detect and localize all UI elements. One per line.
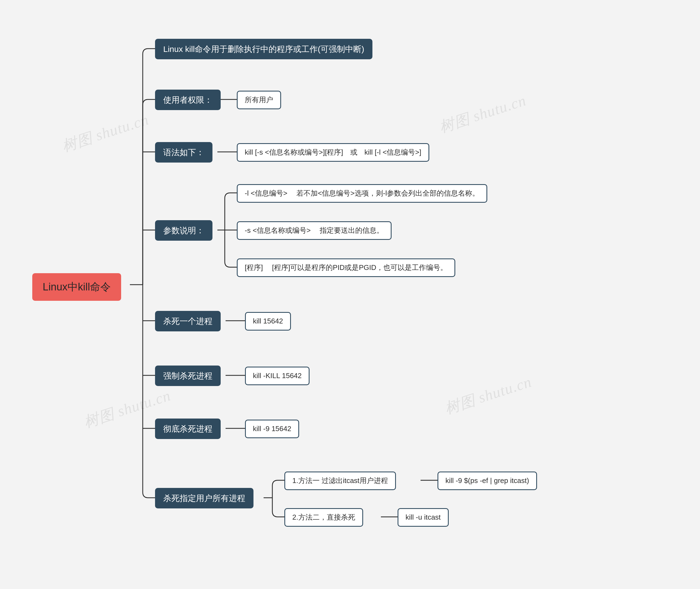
- root-node: Linux中kill命令: [32, 273, 121, 301]
- leaf-user-method2: 2.方法二，直接杀死: [284, 508, 363, 527]
- branch-params: 参数说明：: [155, 220, 213, 241]
- branch-syntax: 语法如下：: [155, 142, 213, 163]
- watermark: 树图 shutu.cn: [437, 90, 529, 138]
- watermark: 树图 shutu.cn: [442, 372, 534, 419]
- leaf-kill-one-value: kill 15642: [245, 312, 291, 331]
- leaf-permission-value: 所有用户: [237, 91, 281, 109]
- leaf-user-method1: 1.方法一 过滤出itcast用户进程: [284, 471, 396, 490]
- branch-force-kill: 强制杀死进程: [155, 366, 221, 386]
- leaf-param-s: -s <信息名称或编号> 指定要送出的信息。: [237, 221, 392, 240]
- branch-kill-user: 杀死指定用户所有进程: [155, 488, 254, 509]
- leaf-hard-kill-value: kill -9 15642: [245, 420, 299, 438]
- leaf-force-kill-value: kill -KILL 15642: [245, 367, 309, 385]
- branch-description: Linux kill命令用于删除执行中的程序或工作(可强制中断): [155, 39, 373, 59]
- branch-permission: 使用者权限：: [155, 89, 221, 110]
- branch-kill-one: 杀死一个进程: [155, 311, 221, 331]
- leaf-param-prog: [程序] [程序]可以是程序的PID或是PGID，也可以是工作编号。: [237, 258, 455, 277]
- leaf-syntax-value: kill [-s <信息名称或编号>][程序] 或 kill [-l <信息编号…: [237, 143, 429, 162]
- branch-hard-kill: 彻底杀死进程: [155, 418, 221, 439]
- watermark: 树图 shutu.cn: [59, 110, 151, 157]
- leaf-user-method2-value: kill -u itcast: [398, 508, 449, 527]
- leaf-param-l: -l <信息编号> 若不加<信息编号>选项，则-l参数会列出全部的信息名称。: [237, 184, 487, 203]
- leaf-user-method1-value: kill -9 $(ps -ef | grep itcast): [437, 471, 537, 490]
